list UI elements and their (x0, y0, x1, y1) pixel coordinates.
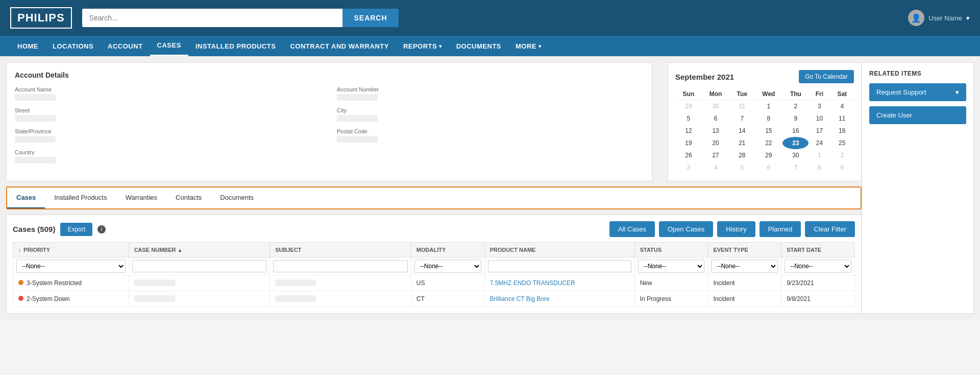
filter-status[interactable]: --None-- (634, 257, 708, 275)
case-number[interactable] (129, 291, 270, 307)
calendar-day[interactable]: 20 (702, 137, 730, 149)
nav-installed-products[interactable]: INSTALLED PRODUCTS (188, 36, 283, 56)
start-date-filter-select[interactable]: --None-- (785, 260, 851, 273)
priority-filter-select[interactable]: --None-- (16, 260, 126, 273)
calendar-day[interactable]: 29 (675, 100, 702, 113)
calendar-day[interactable]: 29 (754, 149, 782, 161)
filter-priority[interactable]: --None-- (13, 257, 129, 275)
export-button[interactable]: Export (60, 223, 92, 236)
open-cases-button[interactable]: Open Cases (659, 221, 713, 237)
nav-cases[interactable]: CASES (150, 36, 188, 56)
calendar-day[interactable]: 2 (782, 100, 808, 113)
filter-start-date[interactable]: --None-- (781, 257, 855, 275)
nav-documents[interactable]: DOCUMENTS (449, 36, 508, 56)
state-label: State/Province (15, 128, 322, 134)
case-number-link[interactable] (134, 295, 175, 302)
request-support-button[interactable]: Request Support ▾ (869, 83, 966, 101)
calendar-day[interactable]: 12 (675, 125, 702, 137)
search-input[interactable] (82, 9, 343, 27)
calendar-day[interactable]: 17 (808, 125, 830, 137)
reports-arrow: ▾ (439, 43, 442, 49)
search-button[interactable]: SEARCH (342, 9, 398, 27)
filter-event-type[interactable]: --None-- (708, 257, 781, 275)
case-number-link[interactable] (134, 279, 175, 286)
product-name-link[interactable]: 7.5MHZ ENDO TRANSDUCER (490, 279, 575, 287)
status-filter-select[interactable]: --None-- (638, 260, 705, 273)
info-icon[interactable]: i (97, 225, 106, 233)
calendar-day[interactable]: 14 (729, 125, 754, 137)
calendar-day[interactable]: 1 (808, 149, 830, 161)
filter-case-number[interactable] (129, 257, 270, 275)
calendar-day[interactable]: 16 (782, 125, 808, 137)
calendar-day[interactable]: 9 (782, 112, 808, 125)
calendar-day[interactable]: 7 (782, 161, 808, 174)
calendar-day[interactable]: 24 (808, 137, 830, 149)
calendar-day[interactable]: 18 (830, 125, 854, 137)
filter-modality[interactable]: --None-- (411, 257, 484, 275)
calendar-day[interactable]: 25 (830, 137, 854, 149)
calendar-day[interactable]: 4 (830, 100, 854, 113)
col-case-number[interactable]: CASE NUMBER ▲ (129, 243, 270, 257)
tab-warranties[interactable]: Warranties (116, 188, 166, 208)
nav-account[interactable]: ACCOUNT (101, 36, 150, 56)
filter-subject[interactable] (270, 257, 411, 275)
calendar-day[interactable]: 30 (702, 100, 730, 113)
calendar-day[interactable]: 21 (729, 137, 754, 149)
user-dropdown-arrow[interactable]: ▾ (966, 14, 970, 22)
city-label: City (337, 107, 644, 113)
product-name-filter-input[interactable] (488, 260, 631, 272)
nav-locations[interactable]: LOCATIONS (45, 36, 101, 56)
col-priority[interactable]: ↕ PRIORITY (13, 243, 129, 257)
calendar-day[interactable]: 10 (808, 112, 830, 125)
calendar-day[interactable]: 6 (754, 161, 782, 174)
tab-documents[interactable]: Documents (211, 188, 263, 208)
calendar-day[interactable]: 5 (729, 161, 754, 174)
filter-product-name[interactable] (484, 257, 634, 275)
calendar-day[interactable]: 27 (702, 149, 730, 161)
tab-cases[interactable]: Cases (7, 188, 45, 208)
nav-contract-warranty[interactable]: CONTRACT AND WARRANTY (283, 36, 396, 56)
history-button[interactable]: History (717, 221, 755, 237)
calendar-day[interactable]: 6 (702, 112, 730, 125)
calendar-day[interactable]: 4 (702, 161, 730, 174)
subject-filter-input[interactable] (273, 260, 408, 272)
calendar-day[interactable]: 15 (754, 125, 782, 137)
planned-button[interactable]: Planned (760, 221, 801, 237)
calendar-day[interactable]: 28 (729, 149, 754, 161)
calendar-day[interactable]: 9 (830, 161, 854, 174)
calendar-day[interactable]: 30 (782, 149, 808, 161)
calendar-day[interactable]: 7 (729, 112, 754, 125)
case-number[interactable] (129, 275, 270, 291)
calendar-day[interactable]: 1 (754, 100, 782, 113)
calendar-day[interactable]: 31 (729, 100, 754, 113)
calendar-day[interactable]: 2 (830, 149, 854, 161)
nav-home[interactable]: HOME (10, 36, 45, 56)
case-product-name[interactable]: 7.5MHZ ENDO TRANSDUCER (484, 275, 634, 291)
nav-more[interactable]: MORE ▾ (508, 36, 549, 56)
case-product-name[interactable]: Brilliance CT Big Bore (484, 291, 634, 307)
product-name-link[interactable]: Brilliance CT Big Bore (490, 295, 550, 302)
calendar-day[interactable]: 19 (675, 137, 702, 149)
nav-reports[interactable]: REPORTS ▾ (396, 36, 449, 56)
all-cases-button[interactable]: All Cases (609, 221, 655, 237)
calendar-day[interactable]: 11 (830, 112, 854, 125)
tab-installed-products[interactable]: Installed Products (45, 188, 116, 208)
calendar-day[interactable]: 3 (808, 100, 830, 113)
calendar-day[interactable]: 8 (754, 112, 782, 125)
calendar-day[interactable]: 22 (754, 137, 782, 149)
tab-contacts[interactable]: Contacts (166, 188, 211, 208)
calendar-day[interactable]: 8 (808, 161, 830, 174)
calendar-day[interactable]: 3 (675, 161, 702, 174)
calendar-day[interactable]: 23 (782, 137, 808, 149)
event-type-filter-select[interactable]: --None-- (711, 260, 778, 273)
col-start-date: START DATE (781, 243, 855, 257)
calendar-day[interactable]: 26 (675, 149, 702, 161)
calendar-day[interactable]: 13 (702, 125, 730, 137)
clear-filter-button[interactable]: Clear Filter (805, 221, 855, 237)
create-user-button[interactable]: Create User (869, 106, 966, 124)
calendar-day[interactable]: 5 (675, 112, 702, 125)
modality-filter-select[interactable]: --None-- (414, 260, 481, 273)
calendar-days-header: Sun Mon Tue Wed Thu Fri Sat (675, 88, 854, 100)
case-number-filter-input[interactable] (132, 260, 267, 272)
go-to-calendar-button[interactable]: Go To Calendar (799, 70, 854, 83)
